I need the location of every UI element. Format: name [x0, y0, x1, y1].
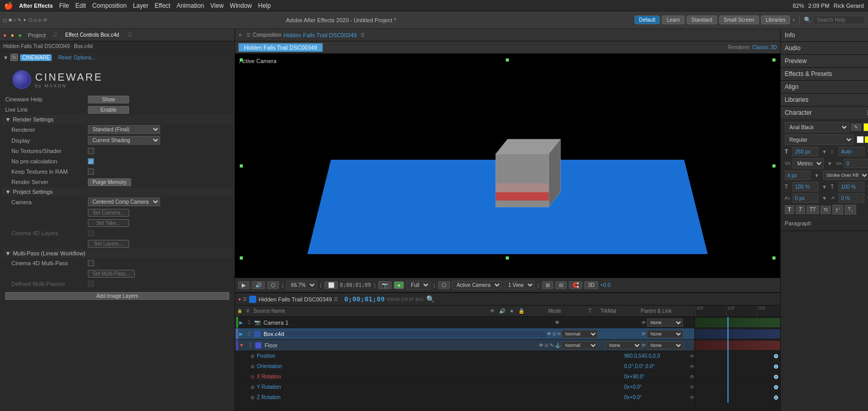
info-header[interactable]: Info [781, 29, 868, 41]
apple-menu[interactable]: 🍎 [4, 2, 13, 10]
workspace-learn[interactable]: Learn [662, 16, 685, 24]
menu-view[interactable]: View [210, 2, 224, 9]
display-select[interactable]: Current Shading [88, 136, 160, 145]
menu-effect[interactable]: Effect [154, 2, 170, 9]
effect-toggle[interactable]: ▼ [3, 55, 8, 60]
set-multipass-button[interactable]: Set Multi-Pass... [88, 270, 135, 278]
vt-preview[interactable]: ⬡ [267, 281, 279, 289]
camera-parent-select[interactable]: None [647, 318, 683, 327]
quality-select[interactable]: Full [406, 281, 430, 290]
stroke-color-swatch[interactable] [857, 136, 864, 143]
vt-guides[interactable]: ⊟ [555, 281, 567, 289]
orientation-value[interactable]: 0.0°,0.0°,0.0° [624, 363, 686, 369]
floor-parent-select[interactable]: None [647, 341, 683, 349]
app-name[interactable]: After Effects [19, 3, 53, 9]
stroke-type-select[interactable]: Stroke Over Fill [823, 171, 868, 180]
workspace-more[interactable]: » [792, 17, 795, 23]
kerning-select[interactable]: Metrics [793, 158, 824, 169]
project-settings-section[interactable]: ▼ Project Settings [2, 187, 233, 196]
keep-textures-checkbox[interactable] [88, 169, 94, 175]
search-timeline[interactable]: 🔍 [426, 295, 435, 303]
baseline-input[interactable] [793, 193, 818, 203]
box-audio-icon[interactable]: ⊙ [552, 331, 556, 337]
fill-color-swatch2[interactable] [864, 136, 868, 143]
tab-effect-controls[interactable]: Effect Controls Box.c4d [61, 31, 123, 39]
view-count-select[interactable]: 1 View [504, 281, 535, 290]
floor-trkmat-select[interactable]: None [606, 341, 642, 349]
multipass-section[interactable]: ▼ Multi-Pass (Linear Workflow) [2, 249, 233, 258]
set-camera-button[interactable]: Set Camera... [88, 209, 129, 217]
box-vis-icon[interactable]: 👁 [547, 331, 551, 337]
x-rotation-value[interactable]: 0x+90.0° [624, 374, 686, 379]
menu-edit[interactable]: Edit [75, 2, 86, 9]
small-caps-button[interactable]: Tt [820, 206, 831, 214]
render-settings-section[interactable]: ▼ Render Settings [2, 115, 233, 124]
zoom-select[interactable]: 66.7% [286, 281, 317, 290]
vt-grid[interactable]: ⊞ [542, 281, 553, 289]
vt-3d[interactable]: 3D [584, 281, 598, 289]
all-caps-button[interactable]: TT [807, 205, 819, 214]
timeline-close[interactable]: ● [238, 297, 241, 302]
tab-project[interactable]: Project [24, 31, 50, 39]
box-effects-icon[interactable]: fx [557, 331, 561, 336]
menu-animation[interactable]: Animation [177, 2, 204, 9]
renderer-select[interactable]: Standard (Final) [88, 125, 160, 134]
workspace-libraries[interactable]: Libraries [761, 16, 790, 24]
stroke-size-input[interactable] [785, 171, 811, 180]
box-parent-select[interactable]: None [647, 330, 683, 338]
vt-snap[interactable]: 🧲 [569, 281, 582, 289]
comp-close[interactable]: ✕ [238, 33, 242, 38]
close-btn[interactable]: ● [3, 32, 7, 38]
leading-input[interactable] [839, 147, 864, 156]
menu-file[interactable]: File [59, 2, 69, 9]
workspace-default[interactable]: Default [634, 16, 660, 24]
enable-button[interactable]: Enable [88, 106, 129, 114]
defined-multipasses-checkbox[interactable] [88, 281, 94, 287]
menu-layer[interactable]: Layer [133, 2, 148, 9]
font-size-input[interactable] [793, 147, 818, 156]
subscript-button[interactable]: T↓ [845, 205, 856, 215]
workspace-standard[interactable]: Standard [687, 16, 717, 24]
camera-vis-icon[interactable]: 👁 [555, 320, 560, 325]
vt-camera[interactable]: 📷 [378, 281, 392, 289]
set-layers-button[interactable]: Set Layers... [88, 240, 129, 248]
vt-color[interactable]: ● [394, 281, 404, 289]
minimize-btn[interactable]: ● [11, 32, 14, 38]
floor-mode-select[interactable]: Normal [562, 341, 598, 349]
h-scale-input[interactable] [793, 182, 818, 191]
fill-color-swatch[interactable] [863, 123, 868, 131]
font-style-select[interactable]: Regular [785, 134, 854, 145]
camera-expand[interactable]: ▶ [239, 320, 243, 325]
position-value[interactable]: 960.0,540.0,0.0 [624, 353, 686, 359]
preview-header[interactable]: Preview [781, 55, 868, 67]
align-header[interactable]: Align [781, 81, 868, 93]
box-mode-select[interactable]: Normal [562, 330, 598, 338]
vt-region[interactable]: ⬡ [438, 281, 450, 289]
floor-expand[interactable]: ▼ [239, 343, 244, 348]
vt-play[interactable]: ▶ [238, 281, 250, 289]
audio-header[interactable]: Audio [781, 42, 868, 54]
camera-select[interactable]: Centered Comp Camera [88, 197, 160, 206]
libraries-header[interactable]: Libraries [781, 94, 868, 106]
cinema4d-layers-checkbox[interactable] [88, 230, 94, 236]
floor-pencil-icon[interactable]: ✎ [550, 343, 554, 348]
vt-audio[interactable]: 🔊 [252, 281, 265, 289]
floor-audio-icon[interactable]: ⊙ [545, 343, 549, 348]
y-rotation-value[interactable]: 0x+0.0° [624, 384, 686, 390]
bold-button[interactable]: T [785, 205, 794, 214]
add-image-layers-button[interactable]: Add Image Layers [5, 292, 229, 300]
box-expand[interactable]: ▶ [239, 331, 243, 337]
zoom-btn[interactable]: ● [18, 32, 22, 38]
menu-help[interactable]: Help [258, 2, 271, 9]
comp-tab-main[interactable]: Hidden Falls Trail DSC00349 [238, 43, 323, 52]
floor-vis-icon[interactable]: 👁 [539, 343, 544, 348]
z-rotation-value[interactable]: 0x+0.0° [624, 394, 686, 400]
font-picker-icon[interactable]: ✎ [851, 124, 861, 131]
no-textures-checkbox[interactable] [88, 148, 94, 154]
no-precalc-checkbox[interactable]: ✓ [88, 158, 94, 164]
menu-window[interactable]: Window [230, 2, 252, 9]
set-take-button[interactable]: Set Take... [88, 219, 129, 227]
timeline-menu[interactable]: ☰ [334, 297, 338, 302]
italic-button[interactable]: T [796, 205, 805, 214]
reset-link[interactable]: Reset [58, 55, 71, 60]
